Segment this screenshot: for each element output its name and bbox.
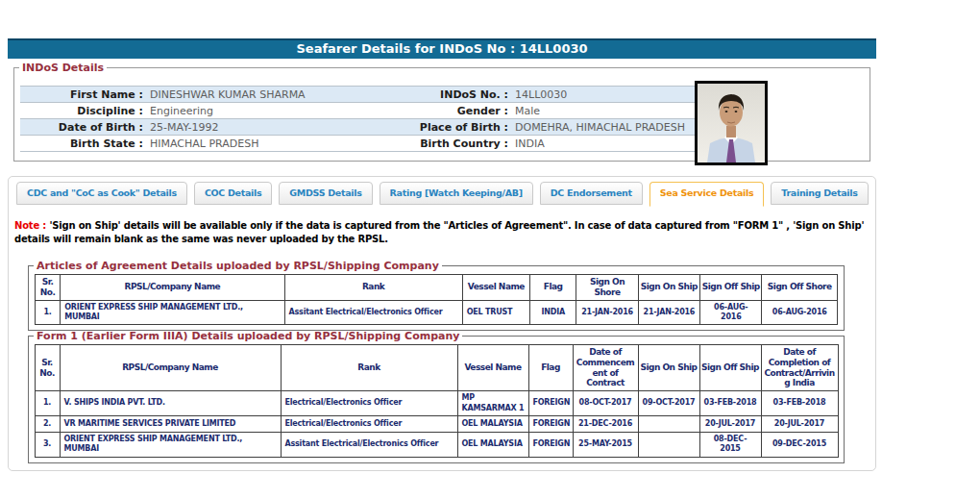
detail-row-date-of-birth: Date of Birth : 25-MAY-1992 Place of Bir…: [20, 119, 695, 136]
gender-label: Gender :: [401, 105, 508, 117]
birth-country-label: Birth Country :: [401, 137, 508, 150]
table-cell: 21-JAN-2016: [638, 300, 699, 325]
table-cell: 25-MAY-2015: [573, 432, 638, 457]
col-header: Rank: [281, 345, 457, 391]
table-cell: 08-OCT-2017: [573, 391, 638, 416]
table-cell: Electrical/Electronics Officer: [281, 415, 457, 432]
table-cell: FOREIGN: [528, 415, 573, 432]
discipline-value: Engineering: [143, 105, 401, 117]
indos-details-legend: INDoS Details: [19, 62, 107, 74]
detail-row-discipline: Discipline : Engineering Gender : Male: [20, 103, 695, 119]
table-row: 1. ORIENT EXPRESS SHIP MANAGEMENT LTD., …: [36, 300, 838, 325]
table-cell: 2.: [35, 415, 60, 432]
table-row: 3. ORIENT EXPRESS SHIP MANAGEMENT LTD., …: [35, 432, 838, 457]
form1-legend: Form 1 (Earlier Form IIIA) Details uploa…: [34, 330, 462, 342]
table-cell: [638, 415, 699, 432]
col-header: Sign On Shore: [576, 275, 638, 301]
table-row: 1. V. SHIPS INDIA PVT. LTD. Electrical/E…: [35, 391, 838, 416]
table-cell: 21-JAN-2016: [576, 300, 638, 325]
tab-training-details[interactable]: Training Details: [771, 182, 868, 205]
table-cell: FOREIGN: [528, 432, 573, 457]
table-cell: Assitant Electrical/Electronics Officer: [281, 432, 457, 457]
col-header: Flag: [530, 275, 576, 301]
place-of-birth-value: DOMEHRA, HIMACHAL PRADESH: [508, 121, 695, 134]
table-cell: 03-FEB-2018: [699, 391, 761, 416]
table-cell: ORIENT EXPRESS SHIP MANAGEMENT LTD., MUM…: [60, 432, 281, 457]
col-header: Date of Completion of Contract/Arriving …: [761, 345, 838, 391]
table-cell: ORIENT EXPRESS SHIP MANAGEMENT LTD., MUM…: [61, 300, 284, 325]
seafarer-photo: [695, 81, 768, 165]
table-cell: OEL TRUST: [462, 300, 529, 325]
seafarer-portrait-graphic: [698, 84, 765, 162]
table-cell: INDIA: [530, 300, 576, 325]
table-cell: 03-FEB-2018: [761, 391, 838, 416]
birth-country-value: INDIA: [508, 137, 695, 150]
note: Note : 'Sign on Ship' details will be av…: [14, 219, 876, 245]
tab-content-panel: CDC and "CoC as Cook" Details COC Detail…: [8, 176, 876, 471]
articles-of-agreement-legend: Articles of Agreement Details uploaded b…: [34, 260, 442, 272]
col-header: Date of Commencement of Contract: [573, 345, 638, 391]
col-header: Sign Off Ship: [700, 275, 762, 301]
table-cell: 08-DEC-2015: [699, 432, 761, 457]
tab-coc-details[interactable]: COC Details: [194, 182, 272, 205]
form1-table: Sr. No. RPSL/Company Name Rank Vessel Na…: [35, 344, 839, 458]
tab-cdc-coc-as-cook-details[interactable]: CDC and "CoC as Cook" Details: [16, 182, 187, 205]
form1-section: Form 1 (Earlier Form IIIA) Details uploa…: [28, 330, 845, 463]
col-header: Rank: [284, 275, 462, 301]
table-cell: OEL MALAYSIA: [457, 432, 528, 457]
table-cell: V. SHIPS INDIA PVT. LTD.: [60, 391, 281, 416]
tab-dc-endorsement[interactable]: DC Endorsement: [540, 182, 643, 205]
table-cell: 21-DEC-2016: [573, 415, 638, 432]
table-cell: [638, 432, 699, 457]
discipline-label: Discipline :: [20, 105, 143, 117]
note-label: Note :: [14, 220, 46, 231]
first-name-value: DINESHWAR KUMAR SHARMA: [143, 88, 401, 101]
table-row: 2. VR MARITIME SERVICES PRIVATE LIMITED …: [35, 415, 838, 432]
articles-table: Sr. No. RPSL/Company Name Rank Vessel Na…: [35, 274, 838, 325]
col-header: Vessel Name: [457, 345, 528, 391]
note-text: 'Sign on Ship' details will be available…: [14, 220, 864, 244]
table-cell: FOREIGN: [528, 391, 573, 416]
table-cell: 1.: [36, 300, 61, 325]
col-header: Sr. No.: [35, 345, 60, 391]
table-cell: Electrical/Electronics Officer: [281, 391, 457, 416]
indos-no-label: INDoS No. :: [401, 88, 508, 101]
table-cell: 20-JUL-2017: [699, 415, 761, 432]
col-header: RPSL/Company Name: [61, 275, 284, 301]
articles-of-agreement-section: Articles of Agreement Details uploaded b…: [28, 260, 845, 331]
indos-details-section: INDoS Details First Name : DINESHWAR KUM…: [13, 62, 870, 162]
col-header: Vessel Name: [462, 275, 529, 301]
articles-header-row: Sr. No. RPSL/Company Name Rank Vessel Na…: [36, 275, 838, 301]
seafarer-details-page: Seafarer Details for INDoS No : 14LL0030…: [0, 0, 980, 499]
detail-row-birth-state: Birth State : HIMACHAL PRADESH Birth Cou…: [20, 136, 695, 152]
birth-state-value: HIMACHAL PRADESH: [143, 137, 401, 150]
table-cell: 09-DEC-2015: [761, 432, 838, 457]
page-title: Seafarer Details for INDoS No : 14LL0030: [8, 38, 876, 59]
date-of-birth-label: Date of Birth :: [20, 121, 143, 134]
col-header: Sr. No.: [36, 275, 61, 301]
table-cell: 06-AUG-2016: [700, 300, 762, 325]
table-cell: Assitant Electrical/Electronics Officer: [284, 300, 462, 325]
col-header: Sign Off Ship: [699, 345, 761, 391]
table-cell: 1.: [35, 391, 60, 416]
form1-header-row: Sr. No. RPSL/Company Name Rank Vessel Na…: [35, 345, 838, 391]
table-cell: 3.: [35, 432, 60, 457]
table-cell: VR MARITIME SERVICES PRIVATE LIMITED: [60, 415, 281, 432]
table-cell: 09-OCT-2017: [638, 391, 699, 416]
date-of-birth-value: 25-MAY-1992: [143, 121, 401, 134]
gender-value: Male: [508, 105, 695, 117]
table-cell: OEL MALAYSIA: [457, 415, 528, 432]
table-cell: 06-AUG-2016: [762, 300, 838, 325]
detail-row-first-name: First Name : DINESHWAR KUMAR SHARMA INDo…: [20, 87, 695, 103]
table-cell: 20-JUL-2017: [761, 415, 838, 432]
first-name-label: First Name :: [20, 88, 143, 101]
tab-rating-watch-keeping-ab[interactable]: Rating [Watch Keeping/AB]: [380, 182, 533, 205]
col-header: Sign On Ship: [638, 275, 699, 301]
tab-gmdss-details[interactable]: GMDSS Details: [279, 182, 372, 205]
table-cell: MP KAMSARMAX 1: [457, 391, 528, 416]
tab-bar: CDC and "CoC as Cook" Details COC Detail…: [9, 177, 875, 205]
tab-sea-service-details[interactable]: Sea Service Details: [649, 182, 765, 207]
place-of-birth-label: Place of Birth :: [401, 121, 508, 134]
indos-no-value: 14LL0030: [508, 88, 695, 101]
indos-detail-rows: First Name : DINESHWAR KUMAR SHARMA INDo…: [20, 86, 695, 152]
